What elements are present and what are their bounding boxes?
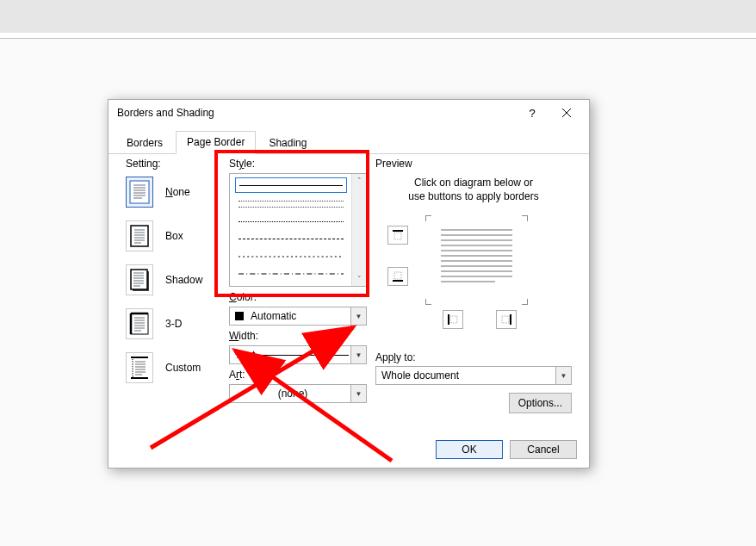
style-option-short-dash[interactable] [235,250,347,262]
chevron-down-icon: ▼ [350,385,366,402]
style-option-dotted-bar[interactable] [235,198,347,210]
svg-rect-50 [450,316,457,323]
width-label: Width: [229,330,367,342]
border-right-button[interactable] [496,310,517,329]
titlebar: Borders and Shading ? [108,100,589,126]
svg-rect-51 [502,316,509,323]
chevron-down-icon: ▼ [350,307,366,325]
width-sample-line-icon [260,355,349,356]
color-value: Automatic [251,310,296,322]
setting-group: Setting: None [126,153,220,396]
setting-none-label: None [165,186,190,198]
style-list[interactable]: ˄ ˅ [229,173,367,287]
setting-3d-icon [126,308,153,339]
preview-area [375,217,572,329]
setting-box-icon [126,220,153,251]
close-button[interactable] [549,101,584,125]
color-dropdown[interactable]: Automatic ▼ [229,307,367,326]
setting-custom-label: Custom [165,362,201,374]
tab-page-border[interactable]: Page Border [176,131,256,154]
art-value: (none) [278,388,308,400]
chevron-down-icon: ▼ [350,346,366,363]
tab-shading[interactable]: Shading [257,132,318,154]
style-option-solid[interactable] [235,177,347,193]
setting-none-icon [126,177,153,208]
apply-to-dropdown[interactable]: Whole document ▼ [375,366,572,385]
preview-help-text: Click on diagram below oruse buttons to … [375,177,572,203]
setting-box[interactable]: Box [126,220,220,251]
preview-group: Preview Click on diagram below oruse but… [375,153,572,329]
options-button[interactable]: Options... [509,393,572,413]
help-button[interactable]: ? [515,101,549,125]
scroll-down-icon[interactable]: ˅ [352,272,366,286]
border-bottom-button[interactable] [387,267,408,286]
color-swatch-icon [235,312,244,320]
style-label: Style: [229,158,367,170]
style-scrollbar[interactable]: ˄ ˅ [351,174,366,286]
preview-label: Preview [375,158,572,170]
tab-strip: Borders Page Border Shading [108,126,589,154]
ok-button[interactable]: OK [436,440,503,459]
apply-to-group: Apply to: Whole document ▼ Options... [375,351,572,385]
cancel-button[interactable]: Cancel [510,440,577,459]
width-dropdown[interactable]: ½ pt ▼ [229,345,367,364]
setting-shadow-icon [126,264,153,295]
chevron-down-icon: ▼ [555,367,571,384]
setting-custom-icon [126,352,153,383]
border-left-button[interactable] [443,310,463,329]
width-value: ½ pt [235,349,255,361]
setting-3d[interactable]: 3-D [126,308,220,339]
color-label: Color: [229,291,367,303]
setting-none[interactable]: None [126,177,220,208]
art-dropdown[interactable]: (none) ▼ [229,384,367,403]
setting-custom[interactable]: Custom [126,352,220,383]
setting-label: Setting: [126,158,220,170]
setting-box-label: Box [165,230,183,242]
apply-to-value: Whole document [381,369,459,382]
setting-3d-label: 3-D [165,318,182,330]
borders-shading-dialog: Borders and Shading ? Borders Page Borde… [108,99,590,468]
scroll-up-icon[interactable]: ˄ [352,174,366,188]
style-option-dense-dots[interactable] [235,215,347,227]
svg-rect-46 [394,233,401,239]
svg-rect-2 [130,181,149,203]
svg-rect-47 [394,272,401,279]
setting-shadow[interactable]: Shadow [126,264,220,295]
style-group: Style: ˄ ˅ [229,153,367,403]
apply-to-label: Apply to: [375,351,416,363]
tab-borders[interactable]: Borders [115,132,174,154]
style-option-dashed[interactable] [235,233,347,245]
setting-shadow-label: Shadow [165,274,202,286]
style-option-dash-dot[interactable] [235,267,347,279]
border-top-button[interactable] [387,226,408,245]
dialog-footer: OK Cancel [436,440,577,459]
art-label: Art: [229,369,367,381]
preview-document[interactable] [427,217,526,303]
dialog-title: Borders and Shading [117,107,515,119]
